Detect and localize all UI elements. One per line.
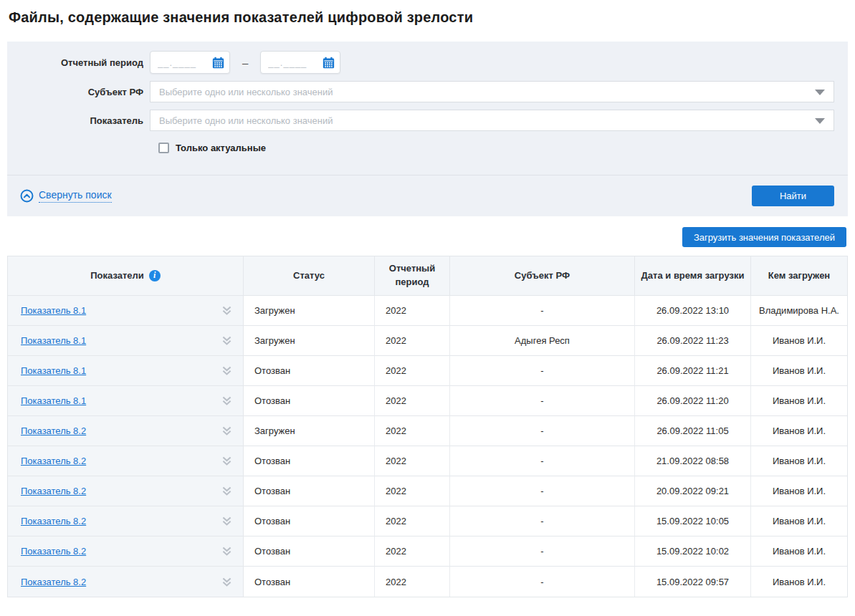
period-to-field[interactable] — [260, 51, 340, 74]
table-row: Показатель 8.2 Отозван 2022 - 21.09.2022… — [8, 446, 847, 476]
uploader-cell: Иванов И.И. — [751, 416, 847, 446]
indicator-cell: Показатель 8.1 — [8, 296, 244, 326]
subject-cell: - — [450, 296, 635, 326]
table-row: Показатель 8.1 Загружен 2022 - 26.09.202… — [8, 296, 847, 326]
indicator-filter-row: Показатель Выберите одно или несколько з… — [7, 110, 848, 131]
upload-datetime-cell: 26.09.2022 11:23 — [635, 326, 751, 356]
chevron-down-icon — [815, 118, 825, 124]
period-cell: 2022 — [375, 446, 450, 476]
indicator-cell: Показатель 8.2 — [8, 476, 244, 506]
table-row: Показатель 8.2 Отозван 2022 - 20.09.2022… — [8, 476, 847, 506]
upload-datetime-cell: 26.09.2022 11:05 — [635, 416, 751, 446]
indicator-link[interactable]: Показатель 8.2 — [21, 425, 86, 436]
uploader-cell: Иванов И.И. — [751, 506, 847, 536]
expand-double-chevron-icon[interactable] — [221, 485, 233, 497]
upload-datetime-cell: 26.09.2022 11:21 — [635, 356, 751, 386]
table-row: Показатель 8.1 Загружен 2022 Адыгея Респ… — [8, 326, 847, 356]
period-cell: 2022 — [375, 296, 450, 326]
period-cell: 2022 — [375, 356, 450, 386]
header-indicators-label: Показатели — [90, 269, 144, 283]
find-button[interactable]: Найти — [752, 186, 834, 206]
status-cell: Отозван — [244, 506, 375, 536]
collapse-search-link[interactable]: Свернуть поиск — [20, 189, 112, 203]
table-row: Показатель 8.1 Отозван 2022 - 26.09.2022… — [8, 386, 847, 416]
search-filter-panel: Отчетный период — [7, 42, 848, 216]
period-range-separator: – — [242, 57, 248, 69]
indicator-link[interactable]: Показатель 8.2 — [21, 577, 86, 587]
header-subject: Субъект РФ — [450, 256, 635, 296]
indicator-select[interactable]: Выберите одно или несколько значений — [150, 110, 834, 131]
subject-cell: - — [450, 446, 635, 476]
status-cell: Загружен — [244, 326, 375, 356]
upload-datetime-cell: 15.09.2022 10:02 — [635, 536, 751, 567]
expand-double-chevron-icon[interactable] — [221, 425, 233, 437]
expand-double-chevron-icon[interactable] — [221, 455, 233, 467]
period-cell: 2022 — [375, 476, 450, 506]
period-cell: 2022 — [375, 326, 450, 356]
upload-datetime-cell: 21.09.2022 08:58 — [635, 446, 751, 476]
info-icon[interactable]: i — [149, 270, 161, 281]
subject-select-placeholder: Выберите одно или несколько значений — [159, 87, 333, 97]
uploader-cell: Иванов И.И. — [751, 386, 847, 416]
indicator-link[interactable]: Показатель 8.1 — [21, 395, 86, 406]
indicator-link[interactable]: Показатель 8.2 — [21, 456, 86, 466]
indicator-link[interactable]: Показатель 8.1 — [21, 305, 86, 316]
expand-double-chevron-icon[interactable] — [221, 545, 233, 557]
uploader-cell: Иванов И.И. — [751, 476, 847, 506]
expand-double-chevron-icon[interactable] — [221, 365, 233, 377]
only-actual-checkbox[interactable] — [158, 143, 169, 153]
indicator-link[interactable]: Показатель 8.1 — [21, 365, 86, 376]
expand-double-chevron-icon[interactable] — [221, 576, 233, 588]
expand-double-chevron-icon[interactable] — [221, 304, 233, 317]
expand-double-chevron-icon[interactable] — [221, 335, 233, 347]
indicator-link[interactable]: Показатель 8.2 — [21, 486, 86, 496]
files-table: Показатели i Статус Отчетный период Субъ… — [7, 256, 848, 597]
header-period: Отчетный период — [375, 256, 450, 296]
header-uploader: Кем загружен — [751, 256, 847, 296]
subject-cell: Адыгея Респ — [450, 326, 635, 356]
subject-label: Субъект РФ — [7, 87, 143, 97]
upload-values-button[interactable]: Загрузить значения показателей — [682, 227, 846, 247]
period-from-field[interactable] — [150, 51, 230, 74]
header-status: Статус — [244, 256, 375, 296]
subject-cell: - — [450, 506, 635, 536]
page-title: Файлы, содержащие значения показателей ц… — [0, 0, 855, 26]
period-to-input[interactable] — [268, 52, 323, 73]
indicator-cell: Показатель 8.2 — [8, 536, 244, 567]
indicator-cell: Показатель 8.1 — [8, 356, 244, 386]
period-cell: 2022 — [375, 506, 450, 536]
expand-double-chevron-icon[interactable] — [221, 515, 233, 527]
only-actual-label: Только актуальные — [176, 143, 266, 153]
indicator-link[interactable]: Показатель 8.1 — [21, 335, 86, 346]
period-cell: 2022 — [375, 536, 450, 567]
indicator-cell: Показатель 8.2 — [8, 567, 244, 597]
uploader-cell: Иванов И.И. — [751, 536, 847, 567]
status-cell: Отозван — [244, 356, 375, 386]
status-cell: Отозван — [244, 386, 375, 416]
upload-datetime-cell: 26.09.2022 11:20 — [635, 386, 751, 416]
uploader-cell: Иванов И.И. — [751, 446, 847, 476]
subject-cell: - — [450, 386, 635, 416]
uploader-cell: Иванов И.И. — [751, 326, 847, 356]
indicator-link[interactable]: Показатель 8.2 — [21, 546, 86, 557]
only-actual-row: Только актуальные — [158, 143, 848, 175]
header-datetime: Дата и время загрузки — [635, 256, 751, 296]
indicator-cell: Показатель 8.2 — [8, 506, 244, 536]
status-cell: Загружен — [244, 416, 375, 446]
indicator-link[interactable]: Показатель 8.2 — [21, 516, 86, 526]
subject-filter-row: Субъект РФ Выберите одно или несколько з… — [7, 81, 848, 102]
calendar-icon[interactable] — [212, 57, 224, 69]
table-header-row: Показатели i Статус Отчетный период Субъ… — [8, 256, 847, 296]
chevron-down-icon — [815, 90, 825, 95]
table-row: Показатель 8.2 Загружен 2022 - 26.09.202… — [8, 416, 847, 446]
subject-cell: - — [450, 567, 635, 597]
status-cell: Загружен — [244, 296, 375, 326]
status-cell: Отозван — [244, 476, 375, 506]
period-from-input[interactable] — [158, 52, 212, 73]
indicator-select-placeholder: Выберите одно или несколько значений — [159, 115, 333, 126]
collapse-search-label: Свернуть поиск — [39, 189, 112, 203]
expand-double-chevron-icon[interactable] — [221, 395, 233, 407]
calendar-icon[interactable] — [323, 57, 335, 69]
subject-cell: - — [450, 536, 635, 567]
subject-select[interactable]: Выберите одно или несколько значений — [150, 81, 834, 102]
